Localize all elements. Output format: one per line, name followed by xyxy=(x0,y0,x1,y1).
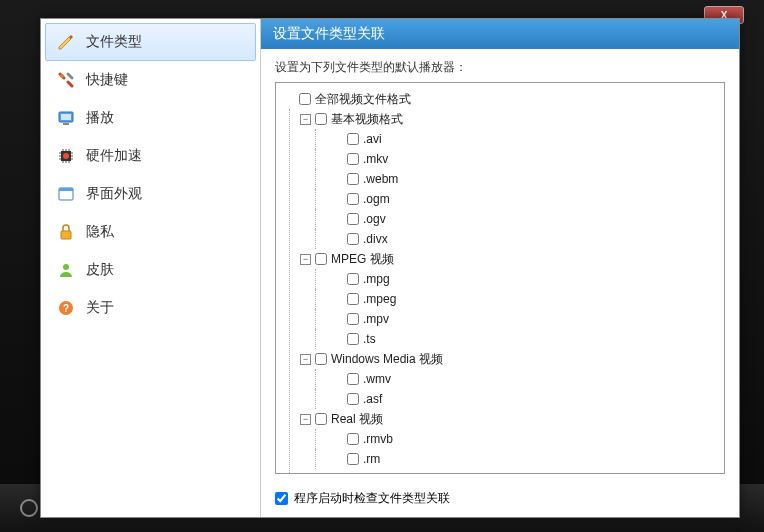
tree-item[interactable]: .rm xyxy=(315,449,716,469)
sidebar-item-about[interactable]: ? 关于 xyxy=(45,289,256,327)
tree-item-label: .divx xyxy=(363,230,388,248)
tree-group[interactable]: −MPEG 视频 xyxy=(300,249,716,269)
sidebar-item-hw-accel[interactable]: 硬件加速 xyxy=(45,137,256,175)
tree-item[interactable]: .mpg xyxy=(315,269,716,289)
tree-item-label: .ts xyxy=(363,330,376,348)
tree-checkbox[interactable] xyxy=(347,373,359,385)
collapse-icon[interactable]: − xyxy=(300,114,311,125)
sidebar-item-skin[interactable]: 皮肤 xyxy=(45,251,256,289)
sidebar-item-privacy[interactable]: 隐私 xyxy=(45,213,256,251)
tree-item[interactable]: .webm xyxy=(315,169,716,189)
sidebar-item-appearance[interactable]: 界面外观 xyxy=(45,175,256,213)
tree-item-label: .mpg xyxy=(363,270,390,288)
tree-item-label: .rmvb xyxy=(363,430,393,448)
stop-icon[interactable] xyxy=(20,499,38,517)
svg-rect-3 xyxy=(63,123,69,125)
tree-item[interactable]: .avi xyxy=(315,129,716,149)
tree-checkbox[interactable] xyxy=(347,273,359,285)
panel-footer: 程序启动时检查文件类型关联 xyxy=(261,482,739,517)
tree-group[interactable]: −Real 视频 xyxy=(300,409,716,429)
tree-root[interactable]: 全部视频文件格式 xyxy=(284,89,716,109)
collapse-icon[interactable]: − xyxy=(300,254,311,265)
tree-checkbox[interactable] xyxy=(347,193,359,205)
tree-item[interactable]: .asf xyxy=(315,389,716,409)
tree-item[interactable]: .ts xyxy=(315,329,716,349)
tree-item[interactable]: .wmv xyxy=(315,369,716,389)
tree-checkbox[interactable] xyxy=(347,293,359,305)
person-icon xyxy=(56,260,76,280)
svg-rect-7 xyxy=(59,188,73,191)
svg-rect-8 xyxy=(61,231,71,239)
chip-icon xyxy=(56,146,76,166)
collapse-icon[interactable]: − xyxy=(300,354,311,365)
sidebar-item-file-types[interactable]: 文件类型 xyxy=(45,23,256,61)
expand-icon[interactable]: + xyxy=(300,474,311,475)
tree-checkbox[interactable] xyxy=(347,453,359,465)
tree-checkbox[interactable] xyxy=(299,93,311,105)
tree-checkbox[interactable] xyxy=(347,433,359,445)
sidebar-item-label: 硬件加速 xyxy=(86,147,142,165)
tree-item[interactable]: .mpeg xyxy=(315,289,716,309)
tree-item-label: .webm xyxy=(363,170,398,188)
tree-checkbox[interactable] xyxy=(347,213,359,225)
sidebar-item-label: 播放 xyxy=(86,109,114,127)
tree-item[interactable]: .rmvb xyxy=(315,429,716,449)
tree-checkbox[interactable] xyxy=(315,113,327,125)
sidebar-item-label: 隐私 xyxy=(86,223,114,241)
file-type-tree[interactable]: 全部视频文件格式−基本视频格式.avi.mkv.webm.ogm.ogv.div… xyxy=(275,82,725,474)
tree-item-label: .avi xyxy=(363,130,382,148)
window-icon xyxy=(56,184,76,204)
tree-item-label: .ogm xyxy=(363,190,390,208)
sidebar-item-shortcuts[interactable]: 快捷键 xyxy=(45,61,256,99)
tools-icon xyxy=(56,70,76,90)
tree-item[interactable]: .mpv xyxy=(315,309,716,329)
tree-group-label: Windows Media 视频 xyxy=(331,350,443,368)
tree-checkbox[interactable] xyxy=(347,173,359,185)
tree-checkbox[interactable] xyxy=(315,253,327,265)
tree-item-label: .mkv xyxy=(363,150,388,168)
help-icon: ? xyxy=(56,298,76,318)
tree-checkbox[interactable] xyxy=(347,133,359,145)
tree-item-label: .wmv xyxy=(363,370,391,388)
tree-checkbox[interactable] xyxy=(347,393,359,405)
tree-checkbox[interactable] xyxy=(315,353,327,365)
startup-check-checkbox[interactable] xyxy=(275,492,288,505)
sidebar-item-label: 文件类型 xyxy=(86,33,142,51)
tree-checkbox[interactable] xyxy=(347,153,359,165)
tree-item-label: .ogv xyxy=(363,210,386,228)
tree-item[interactable]: .ogv xyxy=(315,209,716,229)
sidebar-item-playback[interactable]: 播放 xyxy=(45,99,256,137)
sidebar-item-label: 快捷键 xyxy=(86,71,128,89)
tree-group[interactable]: −基本视频格式 xyxy=(300,109,716,129)
tree-group-label: 基本视频格式 xyxy=(331,110,403,128)
lock-icon xyxy=(56,222,76,242)
tree-checkbox[interactable] xyxy=(347,333,359,345)
tree-item[interactable]: .ogm xyxy=(315,189,716,209)
tree-checkbox[interactable] xyxy=(315,473,327,474)
tree-group[interactable]: −Windows Media 视频 xyxy=(300,349,716,369)
svg-text:?: ? xyxy=(63,303,69,314)
tree-item[interactable]: .divx xyxy=(315,229,716,249)
panel-description: 设置为下列文件类型的默认播放器： xyxy=(261,49,739,82)
tree-checkbox[interactable] xyxy=(347,233,359,245)
sidebar-item-label: 界面外观 xyxy=(86,185,142,203)
tree-checkbox[interactable] xyxy=(347,313,359,325)
tree-group[interactable]: +QuickTime 视频 xyxy=(300,469,716,474)
sidebar-item-label: 关于 xyxy=(86,299,114,317)
sidebar-item-label: 皮肤 xyxy=(86,261,114,279)
panel-title: 设置文件类型关联 xyxy=(261,19,739,49)
collapse-icon[interactable]: − xyxy=(300,414,311,425)
tree-item[interactable]: .mkv xyxy=(315,149,716,169)
tree-group-label: QuickTime 视频 xyxy=(331,470,415,474)
tree-checkbox[interactable] xyxy=(315,413,327,425)
monitor-icon xyxy=(56,108,76,128)
tree-item-label: .asf xyxy=(363,390,382,408)
startup-check-label: 程序启动时检查文件类型关联 xyxy=(294,490,450,507)
tree-item-label: .mpeg xyxy=(363,290,396,308)
settings-sidebar: 文件类型 快捷键 播放 硬件加速 界面外观 隐私 皮肤 ? 关于 xyxy=(41,19,261,517)
tree-item-label: .mpv xyxy=(363,310,389,328)
svg-rect-2 xyxy=(61,114,71,120)
tree-item-label: .rm xyxy=(363,450,380,468)
pencil-icon xyxy=(56,32,76,52)
svg-point-5 xyxy=(63,153,69,159)
